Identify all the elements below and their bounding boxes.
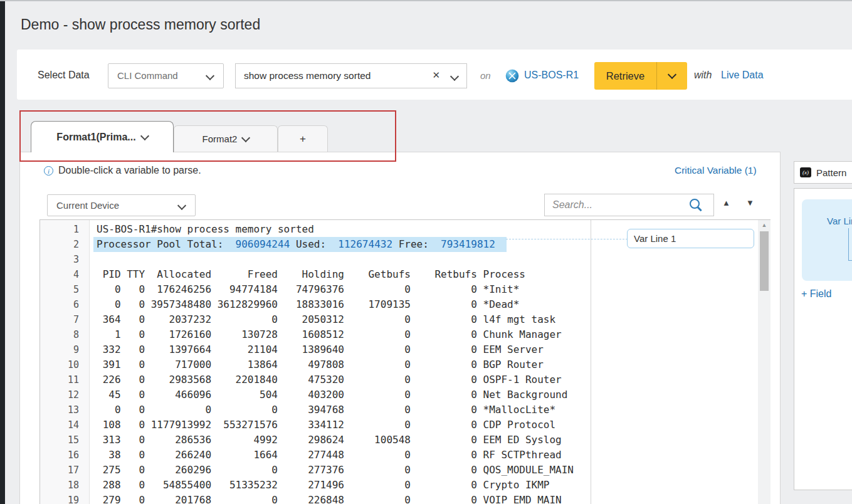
line-number: 10 [40, 357, 89, 372]
tree-connector-horizontal [848, 260, 852, 261]
line-number: 5 [40, 282, 89, 297]
add-format-tab-button[interactable]: + [278, 125, 328, 152]
line-number: 17 [40, 463, 89, 478]
command-combobox: ✕ [235, 63, 467, 88]
search-icon[interactable] [690, 199, 700, 209]
data-type-dropdown-value: CLI Command [117, 64, 178, 88]
chevron-down-icon [177, 201, 186, 210]
code-line[interactable]: US-BOS-R1#show process memory sorted [90, 222, 591, 237]
variable-node[interactable] [802, 199, 852, 281]
line-number: 14 [40, 417, 89, 433]
variable-tree-panel: Var Line 1 + Field [794, 188, 852, 490]
scrollbar-thumb[interactable] [760, 231, 769, 291]
code-line[interactable]: 275 0 260296 0 277376 0 0 QOS_MODULE_MAI… [90, 463, 591, 478]
code-line[interactable]: 0 0 3957348480 3612829960 18833016 17091… [90, 297, 591, 312]
device-scope-value: Current Device [56, 195, 119, 216]
page-title: Demo - show process memory sorted [21, 16, 260, 33]
code-line[interactable]: 0 0 176246256 94774184 74796376 0 0 *Ini… [90, 282, 591, 297]
retrieve-button-label: Retrieve [594, 62, 656, 90]
device-link[interactable]: US-BOS-R1 [524, 70, 579, 81]
code-line[interactable]: 313 0 286536 4992 298624 100548 0 EEM ED… [90, 433, 591, 448]
code-line[interactable]: PID TTY Allocated Freed Holding Getbufs … [90, 267, 591, 282]
code-line[interactable]: 1 0 1726160 130728 1608512 0 0 Chunk Man… [90, 327, 591, 342]
line-number: 15 [40, 433, 89, 448]
parse-hint: Double-click a variable to parse. [58, 165, 201, 176]
cli-output-viewer: 12345678910111213141516171819 US-BOS-R1#… [39, 219, 770, 504]
line-number: 19 [40, 493, 89, 504]
retrieve-button[interactable]: Retrieve [594, 62, 687, 90]
code-lines: US-BOS-R1#show process memory sortedProc… [90, 220, 591, 504]
search-box [544, 194, 714, 216]
code-line[interactable]: 279 0 201768 0 226848 0 0 VOIP_EMD_MAIN [90, 493, 591, 504]
viewer-divider [591, 220, 591, 504]
chevron-down-icon[interactable] [140, 131, 149, 140]
variable-node-label: Var Line 1 [827, 216, 852, 226]
find-previous-button[interactable]: ▲ [722, 198, 730, 207]
scrollbar[interactable]: ▲ [758, 220, 770, 504]
code-line[interactable]: 38 0 266240 1664 277448 0 0 RF SCTPthrea… [90, 448, 591, 463]
pattern-button-label: Pattern [816, 167, 846, 178]
code-line[interactable]: 364 0 2037232 0 2050312 0 0 l4f mgt task [90, 312, 591, 327]
chevron-down-icon [668, 70, 676, 79]
chevron-down-icon [206, 71, 214, 80]
line-number: 3 [40, 252, 89, 267]
tab-format2-label: Format2 [202, 134, 238, 144]
add-format-tab-label: + [300, 133, 306, 145]
code-line[interactable]: 226 0 2983568 2201840 475320 0 0 OSPF-1 … [90, 372, 591, 387]
tab-format1[interactable]: Format1(Prima... [31, 121, 174, 152]
with-label: with [694, 70, 712, 81]
data-type-dropdown[interactable]: CLI Command [108, 63, 224, 88]
tab-format1-label: Format1(Prima... [56, 132, 135, 143]
device-scope-dropdown[interactable]: Current Device [47, 194, 196, 216]
line-number: 9 [40, 342, 89, 357]
add-field-link[interactable]: + Field [801, 288, 831, 300]
line-number: 4 [40, 267, 89, 282]
find-next-button[interactable]: ▼ [746, 198, 754, 207]
highlighted-variable-line[interactable]: Processor Pool Total: 906094244 Used: 11… [97, 237, 495, 252]
critical-variable-link[interactable]: Critical Variable (1) [675, 165, 757, 176]
var-line-input[interactable]: Var Line 1 [627, 229, 754, 248]
regex-icon: (x) [800, 167, 811, 177]
line-number: 13 [40, 402, 89, 417]
pattern-button[interactable]: (x) Pattern [794, 161, 852, 184]
line-number: 2 [40, 237, 89, 252]
chevron-down-icon[interactable] [241, 133, 250, 142]
line-number: 7 [40, 312, 89, 327]
line-number: 18 [40, 478, 89, 493]
on-label: on [480, 70, 491, 81]
tab-format2[interactable]: Format2 [174, 125, 278, 152]
tree-connector-vertical [848, 228, 849, 261]
line-number: 16 [40, 448, 89, 463]
line-number: 12 [40, 387, 89, 402]
code-line[interactable]: 391 0 717000 13864 497808 0 0 BGP Router [90, 357, 591, 372]
line-number: 6 [40, 297, 89, 312]
search-input[interactable] [545, 194, 713, 216]
line-number: 11 [40, 372, 89, 387]
code-line[interactable]: 288 0 54855400 51335232 271496 0 0 Crypt… [90, 478, 591, 493]
code-line[interactable]: 108 0 1177913992 553271576 334112 0 0 CD… [90, 417, 591, 433]
info-icon: i [44, 166, 53, 176]
retrieve-dropdown-button[interactable] [657, 62, 687, 90]
app-screen: Demo - show process memory sorted Select… [0, 0, 852, 504]
window-left-edge [0, 0, 5, 504]
code-line[interactable] [90, 252, 591, 267]
line-number: 1 [40, 222, 89, 237]
clear-command-icon[interactable]: ✕ [432, 70, 440, 81]
code-line[interactable]: 332 0 1397664 21104 1389640 0 0 EEM Serv… [90, 342, 591, 357]
live-data-link[interactable]: Live Data [721, 70, 764, 81]
code-line[interactable]: 45 0 466096 504 403200 0 0 Net Backgroun… [90, 387, 591, 402]
line-numbers: 12345678910111213141516171819 [40, 220, 90, 504]
router-icon [505, 69, 519, 83]
line-number: 8 [40, 327, 89, 342]
variable-connector-line [506, 239, 628, 239]
scrollbar-up-icon[interactable]: ▲ [758, 222, 770, 228]
select-data-label: Select Data [38, 70, 90, 81]
window-top-edge [0, 0, 852, 1]
code-line[interactable]: 0 0 0 0 394768 0 0 *MallocLite* [90, 402, 591, 417]
